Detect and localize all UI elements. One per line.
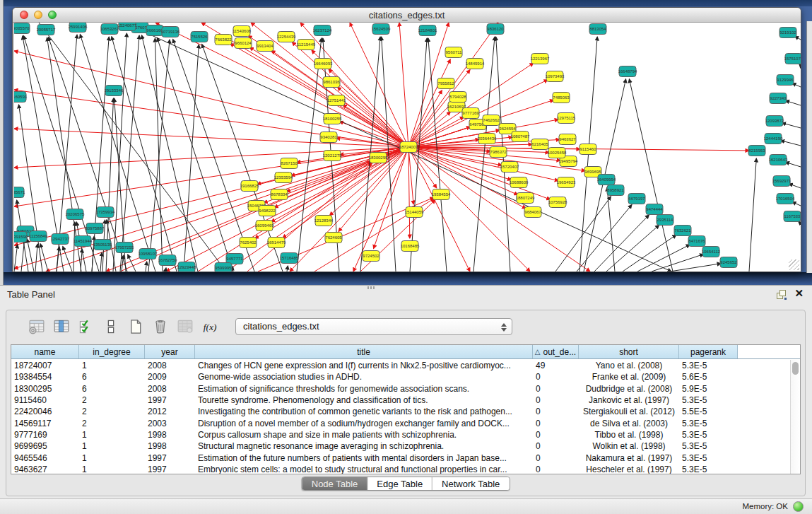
graph-node[interactable]: 10958107	[139, 249, 158, 259]
scrollbar-thumb[interactable]	[792, 362, 799, 375]
function-builder-icon[interactable]: f(x)	[201, 317, 219, 336]
graph-node[interactable]: 16914479	[267, 238, 286, 248]
cell-in_degree[interactable]: 2	[79, 395, 145, 405]
graph-node[interactable]: 8471676	[688, 236, 705, 247]
graph-node[interactable]: 9245652	[720, 257, 737, 268]
graph-node[interactable]: 12093872	[765, 116, 784, 127]
cell-out_degree[interactable]: 0	[533, 465, 579, 474]
graph-node[interactable]: 19384554	[432, 189, 451, 200]
graph-node[interactable]: 12975115	[557, 113, 576, 124]
graph-node[interactable]: 2935114	[657, 215, 673, 226]
graph-node[interactable]: 14845914	[466, 59, 485, 69]
graph-node[interactable]: 7955812	[437, 78, 454, 89]
graph-node[interactable]: 9463627	[559, 134, 576, 145]
graph-node[interactable]: 9035570	[14, 23, 30, 34]
column-header-pagerank[interactable]: pagerank	[679, 345, 738, 358]
maximize-window-icon[interactable]	[48, 11, 57, 19]
cell-title[interactable]: Changes of HCN gene expression and I(f) …	[195, 361, 533, 370]
cell-short[interactable]: Hescheler et al. (1997)	[579, 465, 679, 474]
graph-node[interactable]: 16648794	[618, 66, 637, 77]
graph-node[interactable]: 19166825	[240, 181, 259, 192]
table-source-select[interactable]: citations_edges.txt	[235, 318, 512, 335]
cell-out_degree[interactable]: 49	[533, 361, 579, 370]
cell-title[interactable]: Investigating the contribution of common…	[195, 407, 533, 416]
table-row[interactable]: 969969511998Structural magnetic resonanc…	[11, 440, 790, 452]
tab-network-table[interactable]: Network Table	[432, 477, 509, 490]
graph-node[interactable]: 16210643	[769, 155, 788, 165]
select-apply-icon[interactable]	[77, 317, 95, 336]
graph-node[interactable]: 16409954	[597, 175, 616, 185]
graph-node[interactable]: 10756928	[548, 197, 567, 208]
graph-node[interactable]: 8958921	[607, 185, 624, 196]
create-new-table-icon[interactable]	[126, 317, 145, 336]
cell-name[interactable]: 9115460	[11, 395, 79, 405]
cell-short[interactable]: Wolkin et al. (1998)	[579, 441, 679, 451]
graph-node[interactable]: 26160591	[14, 92, 28, 103]
cell-title[interactable]: Embryonic stem cells: a model to study s…	[195, 465, 533, 474]
cell-in_degree[interactable]: 1	[79, 430, 145, 440]
cell-in_degree[interactable]: 1	[79, 465, 145, 474]
float-panel-icon[interactable]	[777, 290, 786, 299]
cell-year[interactable]: 2008	[145, 384, 195, 394]
delete-table-icon[interactable]	[151, 317, 170, 336]
cell-pagerank[interactable]: 5.3E-5	[679, 465, 738, 474]
network-canvas[interactable]: 1872400776638229660124115436089913404122…	[14, 23, 801, 271]
table-row[interactable]: 911546021997Tourette syndrome. Phenomeno…	[11, 395, 790, 406]
graph-node[interactable]: 9474444	[646, 204, 663, 215]
cell-short[interactable]: Jankovic et al. (1997)	[579, 395, 679, 405]
cell-short[interactable]: Franke et al. (2009)	[579, 372, 679, 382]
graph-node[interactable]: 12021275	[323, 151, 342, 161]
table-scrollbar[interactable]	[790, 360, 800, 474]
graph-node[interactable]: 9227343	[770, 93, 787, 104]
graph-node[interactable]: 7625402	[240, 238, 257, 248]
graph-node[interactable]: 6679197	[628, 194, 645, 204]
graph-node[interactable]: 7485063	[553, 93, 570, 103]
graph-node[interactable]: 19654923	[557, 177, 576, 188]
graph-node[interactable]: 18100255	[323, 114, 342, 124]
cell-short[interactable]: de Silva et al. (2003)	[579, 419, 679, 428]
graph-node[interactable]: 15716485	[280, 253, 299, 264]
graph-node[interactable]: 25991406	[69, 23, 88, 33]
graph-node[interactable]: 7515526	[191, 32, 208, 42]
graph-node[interactable]: 10168485	[401, 241, 420, 252]
cell-pagerank[interactable]: 5.3E-5	[679, 419, 738, 428]
cell-name[interactable]: 9777169	[11, 430, 79, 440]
graph-node[interactable]: 12942737	[51, 234, 70, 245]
graph-node[interactable]: 10654112	[702, 247, 721, 257]
graph-node[interactable]: 16782759	[158, 255, 177, 266]
cell-pagerank[interactable]: 5.5E-5	[679, 407, 738, 416]
cell-year[interactable]: 2012	[145, 407, 195, 416]
graph-node[interactable]: 1167533	[784, 211, 801, 222]
graph-node[interactable]: 10025458	[548, 148, 567, 158]
graph-node[interactable]: 9560711	[445, 47, 462, 58]
cell-name[interactable]: 18300295	[11, 384, 79, 394]
cell-out_degree[interactable]: 0	[533, 441, 579, 451]
network-window-titlebar[interactable]: citations_edges.txt	[13, 8, 801, 23]
cell-pagerank[interactable]: 5.3E-5	[679, 453, 738, 463]
graph-node[interactable]: 9219102	[779, 28, 796, 38]
graph-node[interactable]: 20055717	[37, 25, 56, 35]
graph-node[interactable]: 30975887	[86, 223, 105, 234]
stacked-checkboxes-icon[interactable]	[102, 317, 120, 336]
table-row[interactable]: 946554611997Estimation of the future num…	[11, 452, 790, 463]
graph-node[interactable]: 12184801	[418, 25, 437, 36]
graph-node[interactable]: 7624605	[325, 233, 342, 243]
cell-pagerank[interactable]: 5.3E-5	[679, 441, 738, 451]
graph-node[interactable]: 15624509	[372, 24, 391, 35]
cell-year[interactable]: 1997	[145, 395, 195, 405]
cell-pagerank[interactable]: 5.3E-5	[679, 395, 738, 405]
graph-node[interactable]: 8267150	[281, 158, 298, 169]
graph-node[interactable]: 9913404	[257, 41, 273, 52]
graph-node[interactable]: 5794028	[449, 92, 466, 103]
graph-node[interactable]: 10688609	[510, 177, 529, 188]
graph-node[interactable]: 7462662	[483, 115, 500, 126]
graph-node[interactable]: 8813054	[589, 24, 606, 35]
graph-node[interactable]: 11156849	[29, 231, 47, 242]
graph-node[interactable]: 10719136	[161, 27, 180, 37]
graph-node[interactable]: 10807487	[511, 132, 530, 142]
tab-edge-table[interactable]: Edge Table	[367, 477, 432, 490]
cell-year[interactable]: 1998	[145, 430, 195, 440]
cell-year[interactable]: 1997	[145, 453, 195, 463]
table-row[interactable]: 2242004622012Investigating the contribut…	[11, 406, 790, 417]
graph-node[interactable]: 9599995	[215, 263, 232, 272]
